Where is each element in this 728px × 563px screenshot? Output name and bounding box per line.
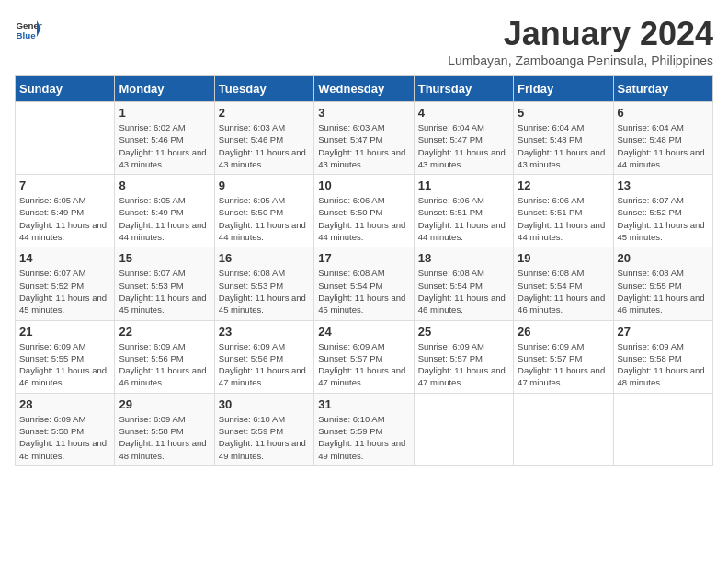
calendar-week-row: 1Sunrise: 6:02 AMSunset: 5:46 PMDaylight… [16, 102, 713, 175]
day-number: 21 [19, 325, 110, 339]
day-info: Sunrise: 6:04 AMSunset: 5:48 PMDaylight:… [518, 121, 609, 170]
calendar-cell: 9Sunrise: 6:05 AMSunset: 5:50 PMDaylight… [214, 175, 313, 247]
day-number: 22 [119, 325, 210, 339]
calendar-week-row: 28Sunrise: 6:09 AMSunset: 5:58 PMDayligh… [16, 393, 713, 465]
calendar-cell: 2Sunrise: 6:03 AMSunset: 5:46 PMDaylight… [214, 102, 313, 175]
day-number: 24 [318, 325, 409, 339]
calendar-cell: 13Sunrise: 6:07 AMSunset: 5:52 PMDayligh… [613, 175, 712, 247]
day-number: 20 [618, 251, 709, 265]
day-number: 10 [318, 178, 409, 192]
calendar-cell: 17Sunrise: 6:08 AMSunset: 5:54 PMDayligh… [314, 247, 414, 320]
day-number: 15 [119, 251, 210, 265]
day-info: Sunrise: 6:08 AMSunset: 5:55 PMDaylight:… [618, 267, 709, 316]
day-info: Sunrise: 6:03 AMSunset: 5:46 PMDaylight:… [219, 121, 310, 170]
weekday-header: Thursday [414, 76, 513, 102]
day-number: 11 [418, 178, 509, 192]
calendar-cell: 3Sunrise: 6:03 AMSunset: 5:47 PMDaylight… [314, 102, 414, 175]
day-info: Sunrise: 6:04 AMSunset: 5:47 PMDaylight:… [418, 121, 509, 170]
weekday-header: Monday [115, 76, 214, 102]
calendar-cell: 24Sunrise: 6:09 AMSunset: 5:57 PMDayligh… [314, 320, 414, 393]
day-number: 6 [618, 106, 709, 120]
day-number: 28 [19, 397, 110, 411]
calendar-cell: 4Sunrise: 6:04 AMSunset: 5:47 PMDaylight… [414, 102, 513, 175]
day-info: Sunrise: 6:06 AMSunset: 5:51 PMDaylight:… [518, 194, 609, 243]
day-info: Sunrise: 6:09 AMSunset: 5:58 PMDaylight:… [119, 413, 210, 462]
calendar-cell: 7Sunrise: 6:05 AMSunset: 5:49 PMDaylight… [16, 175, 115, 247]
calendar-cell: 1Sunrise: 6:02 AMSunset: 5:46 PMDaylight… [115, 102, 214, 175]
calendar-cell: 28Sunrise: 6:09 AMSunset: 5:58 PMDayligh… [16, 393, 115, 465]
day-info: Sunrise: 6:06 AMSunset: 5:51 PMDaylight:… [418, 194, 509, 243]
calendar-cell [613, 393, 712, 465]
day-info: Sunrise: 6:05 AMSunset: 5:49 PMDaylight:… [119, 194, 210, 243]
subtitle: Lumbayan, Zamboanga Peninsula, Philippin… [448, 53, 713, 68]
day-number: 1 [119, 106, 210, 120]
day-number: 18 [418, 251, 509, 265]
calendar-cell: 5Sunrise: 6:04 AMSunset: 5:48 PMDaylight… [514, 102, 613, 175]
calendar-cell: 20Sunrise: 6:08 AMSunset: 5:55 PMDayligh… [613, 247, 712, 320]
calendar-cell: 10Sunrise: 6:06 AMSunset: 5:50 PMDayligh… [314, 175, 414, 247]
day-info: Sunrise: 6:09 AMSunset: 5:58 PMDaylight:… [19, 413, 110, 462]
calendar-cell: 12Sunrise: 6:06 AMSunset: 5:51 PMDayligh… [514, 175, 613, 247]
logo-icon: General Blue [15, 15, 42, 42]
calendar-week-row: 14Sunrise: 6:07 AMSunset: 5:52 PMDayligh… [16, 247, 713, 320]
calendar-cell: 15Sunrise: 6:07 AMSunset: 5:53 PMDayligh… [115, 247, 214, 320]
day-number: 31 [318, 397, 409, 411]
logo: General Blue [15, 15, 42, 42]
calendar-table: SundayMondayTuesdayWednesdayThursdayFrid… [15, 75, 713, 466]
day-number: 7 [19, 178, 110, 192]
day-info: Sunrise: 6:06 AMSunset: 5:50 PMDaylight:… [318, 194, 409, 243]
day-info: Sunrise: 6:02 AMSunset: 5:46 PMDaylight:… [119, 121, 210, 170]
calendar-cell: 21Sunrise: 6:09 AMSunset: 5:55 PMDayligh… [16, 320, 115, 393]
day-info: Sunrise: 6:09 AMSunset: 5:55 PMDaylight:… [19, 340, 110, 389]
calendar-cell: 22Sunrise: 6:09 AMSunset: 5:56 PMDayligh… [115, 320, 214, 393]
day-info: Sunrise: 6:08 AMSunset: 5:54 PMDaylight:… [418, 267, 509, 316]
day-info: Sunrise: 6:04 AMSunset: 5:48 PMDaylight:… [618, 121, 709, 170]
day-number: 2 [219, 106, 310, 120]
calendar-cell: 18Sunrise: 6:08 AMSunset: 5:54 PMDayligh… [414, 247, 513, 320]
day-info: Sunrise: 6:10 AMSunset: 5:59 PMDaylight:… [318, 413, 409, 462]
calendar-cell: 19Sunrise: 6:08 AMSunset: 5:54 PMDayligh… [514, 247, 613, 320]
day-info: Sunrise: 6:09 AMSunset: 5:57 PMDaylight:… [318, 340, 409, 389]
day-info: Sunrise: 6:10 AMSunset: 5:59 PMDaylight:… [219, 413, 310, 462]
header: General Blue January 2024 Lumbayan, Zamb… [15, 15, 713, 68]
calendar-cell: 27Sunrise: 6:09 AMSunset: 5:58 PMDayligh… [613, 320, 712, 393]
day-number: 14 [19, 251, 110, 265]
weekday-header: Saturday [613, 76, 712, 102]
day-number: 17 [318, 251, 409, 265]
day-number: 3 [318, 106, 409, 120]
day-info: Sunrise: 6:09 AMSunset: 5:56 PMDaylight:… [119, 340, 210, 389]
calendar-cell: 8Sunrise: 6:05 AMSunset: 5:49 PMDaylight… [115, 175, 214, 247]
day-number: 29 [119, 397, 210, 411]
day-number: 30 [219, 397, 310, 411]
calendar-cell: 16Sunrise: 6:08 AMSunset: 5:53 PMDayligh… [214, 247, 313, 320]
weekday-header: Friday [514, 76, 613, 102]
day-number: 26 [518, 325, 609, 339]
calendar-cell: 11Sunrise: 6:06 AMSunset: 5:51 PMDayligh… [414, 175, 513, 247]
calendar-cell [16, 102, 115, 175]
title-area: January 2024 Lumbayan, Zamboanga Peninsu… [448, 15, 713, 68]
day-info: Sunrise: 6:08 AMSunset: 5:54 PMDaylight:… [518, 267, 609, 316]
weekday-header: Tuesday [214, 76, 313, 102]
day-number: 16 [219, 251, 310, 265]
day-info: Sunrise: 6:08 AMSunset: 5:53 PMDaylight:… [219, 267, 310, 316]
weekday-header-row: SundayMondayTuesdayWednesdayThursdayFrid… [16, 76, 713, 102]
calendar-cell: 25Sunrise: 6:09 AMSunset: 5:57 PMDayligh… [414, 320, 513, 393]
calendar-cell: 26Sunrise: 6:09 AMSunset: 5:57 PMDayligh… [514, 320, 613, 393]
day-number: 19 [518, 251, 609, 265]
day-number: 5 [518, 106, 609, 120]
day-number: 8 [119, 178, 210, 192]
calendar-cell: 30Sunrise: 6:10 AMSunset: 5:59 PMDayligh… [214, 393, 313, 465]
calendar-cell [514, 393, 613, 465]
day-info: Sunrise: 6:09 AMSunset: 5:56 PMDaylight:… [219, 340, 310, 389]
day-info: Sunrise: 6:05 AMSunset: 5:50 PMDaylight:… [219, 194, 310, 243]
calendar-cell: 6Sunrise: 6:04 AMSunset: 5:48 PMDaylight… [613, 102, 712, 175]
calendar-week-row: 21Sunrise: 6:09 AMSunset: 5:55 PMDayligh… [16, 320, 713, 393]
calendar-cell: 29Sunrise: 6:09 AMSunset: 5:58 PMDayligh… [115, 393, 214, 465]
day-info: Sunrise: 6:07 AMSunset: 5:52 PMDaylight:… [618, 194, 709, 243]
day-number: 9 [219, 178, 310, 192]
day-number: 27 [618, 325, 709, 339]
day-info: Sunrise: 6:05 AMSunset: 5:49 PMDaylight:… [19, 194, 110, 243]
calendar-week-row: 7Sunrise: 6:05 AMSunset: 5:49 PMDaylight… [16, 175, 713, 247]
day-info: Sunrise: 6:03 AMSunset: 5:47 PMDaylight:… [318, 121, 409, 170]
calendar-cell: 14Sunrise: 6:07 AMSunset: 5:52 PMDayligh… [16, 247, 115, 320]
